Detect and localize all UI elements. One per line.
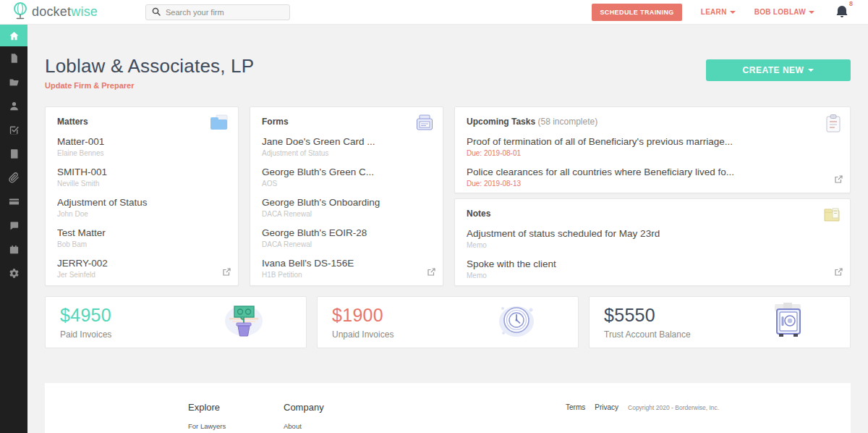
footer-company-heading: Company [284,402,324,413]
footer-link-about[interactable]: About [284,422,324,430]
task-list-item[interactable]: Proof of termination of all of Beneficia… [467,136,838,157]
main-area: Loblaw & Associates, LP Update Firm & Pr… [27,25,868,433]
sidebar-item-calendar[interactable] [0,237,27,261]
gear-icon [9,268,20,279]
matter-client: Jer Seinfeld [57,271,226,279]
sidebar-item-tasks[interactable] [0,118,27,142]
note-list-item[interactable]: Spoke with the client Memo [467,258,838,279]
matter-title: Adjustment of Status [57,197,226,208]
clock-icon [497,303,536,342]
blue-folder-icon [209,114,229,135]
update-firm-link[interactable]: Update Firm & Preparer [45,81,134,90]
form-type: DACA Renewal [262,240,431,248]
calendar-icon [9,244,20,255]
footer-link-privacy[interactable]: Privacy [595,403,618,411]
sidebar-item-forms[interactable] [0,46,27,70]
chevron-down-icon [808,69,814,72]
forms-card: Forms Jane Doe's Green Card ... Adjustme… [250,106,443,286]
top-navigation-bar: docketwise SCHEDULE TRAINING LEARN BOB L… [0,0,868,25]
matter-list-item[interactable]: SMITH-001 Neville Smith [57,167,226,188]
task-title: Proof of termination of all of Beneficia… [467,136,838,147]
create-new-label: CREATE NEW [743,65,804,75]
forms-card-title: Forms [262,117,431,127]
learn-menu[interactable]: LEARN [701,8,736,16]
upcoming-tasks-card: Upcoming Tasks (58 incomplete) [454,106,851,193]
form-list-item[interactable]: George Bluth's EOIR-28 DACA Renewal [262,227,431,248]
search-input[interactable] [166,8,274,17]
sidebar-item-contacts[interactable] [0,94,27,118]
tasks-incomplete-count: (58 incomplete) [537,117,597,127]
search-icon [152,6,161,19]
chevron-down-icon [730,11,736,14]
task-due-date: Due: 2019-08-01 [467,149,838,157]
matter-list-item[interactable]: JERRY-002 Jer Seinfeld [57,258,226,279]
check-square-icon [9,125,20,135]
sidebar-item-matters[interactable] [0,70,27,94]
paid-invoices-stat-card: $4950 Paid Invoices [45,296,307,348]
matter-client: Elaine Bennes [57,149,226,157]
matter-list-item[interactable]: Matter-001 Elaine Bennes [57,136,226,157]
paperclip-icon [9,172,20,183]
home-icon [9,30,20,41]
schedule-training-button[interactable]: SCHEDULE TRAINING [592,4,681,21]
forms-external-link-icon[interactable] [427,266,435,279]
tasks-external-link-icon[interactable] [834,174,843,187]
form-list-item[interactable]: George Bluth's Green C... AOS [262,167,431,188]
matter-client: Neville Smith [57,180,226,188]
clipboard-icon [825,114,841,136]
form-list-item[interactable]: George Bluth's Onboarding DACA Renewal [262,197,431,218]
sidebar-item-home[interactable] [0,25,27,46]
create-new-button[interactable]: CREATE NEW [706,59,851,81]
page-footer: Explore For Lawyers Help Center Company … [45,383,851,433]
form-title: George Bluth's Green C... [262,167,431,177]
document-icon [9,53,20,64]
footer-link-terms[interactable]: Terms [566,403,585,411]
printer-forms-icon [415,114,434,135]
matter-list-item[interactable]: Test Matter Bob Bam [57,227,226,248]
task-title: Police clearances for all countries wher… [467,167,838,177]
note-list-item[interactable]: Adjustment of status scheduled for May 2… [467,228,838,249]
form-list-item[interactable]: Jane Doe's Green Card ... Adjustment of … [262,136,431,157]
learn-label: LEARN [701,8,727,16]
note-title: Adjustment of status scheduled for May 2… [467,228,838,239]
matter-client: John Doe [57,210,226,218]
unpaid-invoices-amount: $1900 [332,305,393,326]
form-list-item[interactable]: Ivana Bell's DS-156E H1B Petition [262,258,431,279]
form-type: H1B Petition [262,271,431,279]
note-type: Memo [467,241,838,249]
chevron-down-icon [809,11,814,14]
form-type: Adjustment of Status [262,149,431,157]
footer-copyright: Copyright 2020 - Borderwise, Inc. [628,404,719,411]
logo-text: docketwise [32,4,98,20]
user-menu[interactable]: BOB LOBLAW [754,8,814,16]
sidebar-item-billing[interactable] [0,190,27,214]
matter-title: Matter-001 [57,136,226,147]
paid-invoices-amount: $4950 [60,305,111,326]
docketwise-logo[interactable]: docketwise [12,1,145,23]
notes-card: Notes Adjustment of status scheduled for… [454,198,851,286]
matter-list-item[interactable]: Adjustment of Status John Doe [57,197,226,218]
form-title: Jane Doe's Green Card ... [262,136,431,147]
sidebar-item-settings[interactable] [0,261,27,285]
notes-external-link-icon[interactable] [834,266,843,279]
footer-explore-heading: Explore [188,402,226,413]
footer-link-for-lawyers[interactable]: For Lawyers [188,422,226,430]
tasks-card-title: Upcoming Tasks (58 incomplete) [467,117,838,127]
firm-search[interactable] [145,4,290,20]
matters-external-link-icon[interactable] [222,266,231,279]
notifications-button[interactable]: 8 [836,4,848,20]
paid-invoices-label: Paid Invoices [60,329,111,340]
credit-card-icon [9,196,20,207]
sidebar-item-notes[interactable] [0,142,27,166]
task-list-item[interactable]: Police clearances for all countries wher… [467,167,838,188]
folder-icon [9,77,20,88]
globe-logo-icon [12,1,29,23]
sidebar-item-attachments[interactable] [0,166,27,190]
safe-icon [767,303,808,342]
person-icon [9,101,20,112]
form-title: George Bluth's Onboarding [262,197,431,208]
task-due-date: Due: 2019-08-13 [467,180,838,188]
sidebar-item-messages[interactable] [0,214,27,237]
tasks-title: Upcoming Tasks [467,117,535,127]
form-type: DACA Renewal [262,210,431,218]
